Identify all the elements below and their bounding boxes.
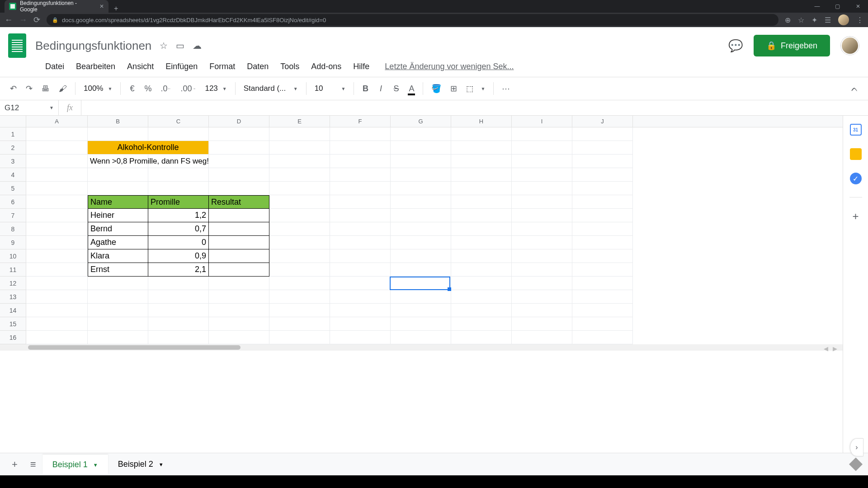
col-header-i[interactable]: I xyxy=(512,116,572,127)
address-bar[interactable]: 🔒 docs.google.com/spreadsheets/d/1vg2Rcd… xyxy=(47,14,778,26)
tasks-addon-icon[interactable]: ✓ xyxy=(850,173,862,184)
redo-button[interactable]: ↷ xyxy=(22,81,36,96)
col-header-d[interactable]: D xyxy=(209,116,269,127)
currency-button[interactable]: € xyxy=(125,81,139,96)
reload-button[interactable]: ⟳ xyxy=(33,15,40,25)
bold-button[interactable]: B xyxy=(359,81,372,96)
percent-button[interactable]: % xyxy=(141,81,155,96)
all-sheets-button[interactable]: ≡ xyxy=(24,455,42,474)
share-button[interactable]: 🔒 Freigeben xyxy=(754,35,830,56)
chrome-menu-icon[interactable]: ⋮ xyxy=(856,16,863,24)
cell-title[interactable]: Alkohol-Kontrolle xyxy=(88,141,209,155)
strike-button[interactable]: S xyxy=(389,81,403,96)
cell-name[interactable]: Klara xyxy=(88,249,148,263)
col-header-e[interactable]: E xyxy=(269,116,330,127)
formula-input[interactable] xyxy=(81,100,868,115)
menu-format[interactable]: Format xyxy=(204,59,241,74)
font-size-select[interactable]: 10▼ xyxy=(311,82,349,95)
cell-resultat[interactable] xyxy=(209,222,269,236)
cell-resultat[interactable] xyxy=(209,263,269,277)
get-addons-icon[interactable]: + xyxy=(852,210,859,223)
merge-button[interactable]: ⬚▼ xyxy=(462,82,489,95)
borders-button[interactable]: ⊞ xyxy=(447,81,461,96)
row-header[interactable]: 12 xyxy=(0,277,26,290)
fill-color-button[interactable]: 🪣 xyxy=(428,81,445,96)
explore-button[interactable] xyxy=(849,458,863,471)
row-header[interactable]: 5 xyxy=(0,182,26,195)
back-button[interactable]: ← xyxy=(5,15,13,25)
cell-promille[interactable]: 0,7 xyxy=(148,222,209,236)
col-header-b[interactable]: B xyxy=(88,116,148,127)
chevron-down-icon[interactable]: ▼ xyxy=(159,462,164,467)
row-header[interactable]: 6 xyxy=(0,195,26,209)
cell-name[interactable]: Bernd xyxy=(88,222,148,236)
extensions-icon[interactable]: ✦ xyxy=(811,16,817,24)
scroll-right-icon[interactable]: ▶ xyxy=(831,343,839,354)
sheet-tab-beispiel-2[interactable]: Beispiel 2▼ xyxy=(108,455,174,474)
scroll-left-icon[interactable]: ◀ xyxy=(822,343,830,354)
comments-icon[interactable]: 💬 xyxy=(728,39,743,53)
cell-promille[interactable]: 1,2 xyxy=(148,209,209,222)
cell-promille[interactable]: 0,9 xyxy=(148,249,209,263)
collapse-toolbar-button[interactable]: ᨈ xyxy=(848,81,862,96)
menu-addons[interactable]: Add-ons xyxy=(306,59,347,74)
text-color-button[interactable]: A xyxy=(405,81,418,96)
cell-resultat[interactable] xyxy=(209,209,269,222)
cell-header-promille[interactable]: Promille xyxy=(148,195,209,209)
cell-rule[interactable]: Wenn >0,8 Promille, dann FS weg! xyxy=(88,155,148,168)
last-edit-link[interactable]: Letzte Änderung vor wenigen Sek... xyxy=(385,62,514,71)
cell-resultat[interactable] xyxy=(209,249,269,263)
row-header[interactable]: 15 xyxy=(0,317,26,331)
star-doc-icon[interactable]: ☆ xyxy=(160,40,168,51)
row-header[interactable]: 7 xyxy=(0,209,26,222)
row-header[interactable]: 9 xyxy=(0,236,26,249)
decimal-decrease-button[interactable]: .0← xyxy=(157,81,175,96)
spreadsheet-grid[interactable]: A B C D E F G H I J 1 2 Alkohol-Kontroll… xyxy=(0,116,843,453)
number-format-select[interactable]: 123▼ xyxy=(201,82,230,95)
chevron-down-icon[interactable]: ▼ xyxy=(93,462,98,468)
calendar-addon-icon[interactable]: 31 xyxy=(850,124,862,136)
forward-button[interactable]: → xyxy=(19,15,27,25)
more-toolbar-button[interactable]: ⋯ xyxy=(498,81,514,96)
cell-header-name[interactable]: Name xyxy=(88,195,148,209)
move-doc-icon[interactable]: ▭ xyxy=(176,40,184,51)
menu-ansicht[interactable]: Ansicht xyxy=(122,59,159,74)
browser-tab[interactable]: Bedingungsfunktionen - Google ✕ xyxy=(5,0,108,13)
undo-button[interactable]: ↶ xyxy=(6,81,20,96)
col-header-h[interactable]: H xyxy=(451,116,512,127)
row-header[interactable]: 10 xyxy=(0,249,26,263)
minimize-icon[interactable]: — xyxy=(807,0,827,13)
row-header[interactable]: 4 xyxy=(0,168,26,182)
menu-daten[interactable]: Daten xyxy=(241,59,274,74)
select-all-corner[interactable] xyxy=(0,116,26,127)
menu-datei[interactable]: Datei xyxy=(40,59,70,74)
close-tab-icon[interactable]: ✕ xyxy=(99,3,104,9)
row-header[interactable]: 13 xyxy=(0,290,26,304)
row-header[interactable]: 16 xyxy=(0,331,26,344)
menu-einfuegen[interactable]: Einfügen xyxy=(160,59,203,74)
col-header-a[interactable]: A xyxy=(26,116,88,127)
cell-name[interactable]: Ernst xyxy=(88,263,148,277)
decimal-increase-button[interactable]: .00→ xyxy=(177,81,199,96)
cloud-status-icon[interactable]: ☁ xyxy=(193,40,202,51)
print-button[interactable]: 🖶 xyxy=(38,81,53,96)
row-header[interactable]: 3 xyxy=(0,155,26,168)
row-header[interactable]: 8 xyxy=(0,222,26,236)
hide-side-panel-button[interactable]: › xyxy=(850,438,863,456)
cell-header-resultat[interactable]: Resultat xyxy=(209,195,269,209)
sheet-tab-beispiel-1[interactable]: Beispiel 1▼ xyxy=(42,455,108,474)
horizontal-scrollbar[interactable]: ◀ ▶ xyxy=(0,344,843,351)
account-avatar[interactable] xyxy=(841,37,859,55)
close-window-icon[interactable]: ✕ xyxy=(848,0,868,13)
sheets-logo[interactable] xyxy=(5,30,29,61)
row-header[interactable]: 2 xyxy=(0,141,26,155)
menu-tools[interactable]: Tools xyxy=(275,59,305,74)
maximize-icon[interactable]: ▢ xyxy=(827,0,848,13)
add-sheet-button[interactable]: + xyxy=(5,455,24,474)
profile-avatar[interactable] xyxy=(838,14,849,25)
cell-name[interactable]: Agathe xyxy=(88,236,148,249)
col-header-f[interactable]: F xyxy=(330,116,391,127)
name-box[interactable]: G12▼ xyxy=(0,100,59,115)
col-header-j[interactable]: J xyxy=(572,116,633,127)
menu-hilfe[interactable]: Hilfe xyxy=(348,59,375,74)
